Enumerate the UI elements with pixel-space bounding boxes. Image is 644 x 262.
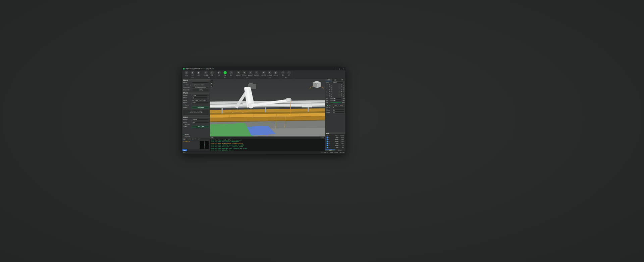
jog-plus-button[interactable]: + (343, 88, 345, 90)
log-clear-button[interactable]: 清空 (321, 137, 324, 139)
toolbar-simulate-button[interactable]: ▶ 仿真 (216, 71, 222, 77)
robot-select[interactable]: Robot_1 ▾ (332, 82, 345, 83)
toolbar-stop-button[interactable]: ■ 停止 (228, 71, 234, 77)
toolbar-collision-button[interactable]: ⚠ 碰撞检测 (248, 71, 254, 77)
jog-minus-button[interactable]: − (326, 88, 328, 90)
gap-end-input[interactable]: 0 mm (202, 99, 207, 101)
toolbar-about-button[interactable]: ℹ 关于 (286, 71, 292, 77)
motion-speed-value[interactable]: 100 (332, 112, 345, 114)
camera-preview-thumbnail[interactable] (200, 141, 209, 149)
jog-minus-button[interactable]: − (326, 91, 328, 93)
jog-minus-button[interactable]: − (326, 93, 328, 95)
show-points-checkbox[interactable] (183, 124, 184, 125)
slider-thumb[interactable] (334, 98, 335, 99)
title-bar[interactable]: 焊接机器人离线编程软件 V2.3.1 - [示教工程_01] – □ × (182, 68, 345, 71)
status-bar: 就绪 工具: 焊枪_01 坐标系: 世界坐标 单位: mm (182, 151, 345, 154)
posture-value[interactable]: 默认 (332, 110, 345, 111)
jog-plus-button[interactable]: + (331, 84, 333, 86)
toolbar-help-button[interactable]: ? 帮助 (280, 71, 286, 77)
preview-tab-pointcloud[interactable]: 点云 (197, 138, 201, 140)
toolbar-settings-button[interactable]: ⚙ 参数设置 (235, 71, 241, 77)
preview-tab-view[interactable]: 视图 (182, 138, 186, 140)
recognize-checkbox[interactable]: ✓ (183, 84, 184, 86)
update-weld-data-button[interactable]: ● 更新焊缝数据 (192, 106, 209, 108)
weld-width-input[interactable]: 25 (192, 97, 207, 99)
minimize-button[interactable]: – (333, 68, 337, 71)
jog-plus-button[interactable]: + (331, 91, 333, 93)
jog-minus-button[interactable]: − (338, 95, 340, 97)
offset-checkbox[interactable]: ✓ (183, 104, 184, 106)
toolbar-process-file-button[interactable]: ▥ 工艺文件 (273, 71, 279, 77)
jog-plus-button[interactable]: + (331, 88, 333, 90)
maximize-button[interactable]: □ (337, 68, 341, 71)
zoom-icon[interactable]: ⊕ (211, 82, 213, 85)
speed-slider[interactable] (330, 100, 341, 101)
stop-button[interactable]: ■ 停止 (339, 104, 345, 106)
trajectory-type-select[interactable]: 连续轨迹 ▾ (192, 119, 209, 121)
toolbar-open-button[interactable]: ▤ 打开 (190, 71, 196, 77)
toolbar-group-tools: ⊞ 工具管理 ≡ 数据采集 ▥ 工艺文件 工具 (260, 71, 280, 79)
preview-tab-motion[interactable]: 运动仿真 (186, 138, 192, 140)
jog-minus-button[interactable]: − (338, 86, 340, 88)
toolbar-measure-button[interactable]: ∠ 测量 (209, 71, 215, 77)
panel-close-icon[interactable]: × (207, 79, 209, 81)
jog-minus-button[interactable]: − (338, 88, 340, 90)
pause-button[interactable]: ∥ 暂停 (332, 104, 338, 106)
play-icon: ▶ (217, 71, 221, 75)
trajectory-strategy-input[interactable]: 智能 (192, 121, 209, 123)
record-icon: ● (223, 71, 227, 75)
select-cursor-icon[interactable]: ➤ (211, 85, 213, 87)
fit-view-icon[interactable]: ⌂ (211, 80, 213, 82)
pick-icon: ⌖ (198, 89, 199, 91)
tab-tool[interactable]: 工具 (339, 79, 345, 81)
log-output[interactable]: [10:41:52] [INFO] 工作站模型加载完成：Station_Weld… (210, 139, 325, 151)
jog-minus-button[interactable]: − (326, 86, 328, 88)
toolbar-tool-manager-button[interactable]: ⊞ 工具管理 (261, 71, 267, 77)
toolbar-new-button[interactable]: ▢ 新建 (183, 71, 190, 77)
show-origin-checkbox[interactable]: ✓ (183, 134, 184, 136)
jog-plus-button[interactable]: + (331, 93, 333, 95)
close-button[interactable]: × (341, 68, 345, 71)
tab-position[interactable]: 位置 (332, 79, 339, 81)
jog-plus-button[interactable]: + (343, 84, 345, 86)
jog-plus-button[interactable]: + (331, 95, 333, 97)
tab-joint[interactable]: 关节 (325, 79, 332, 81)
gap-start-input[interactable]: 0 mm (195, 99, 199, 101)
toolbar-tool-frame-button[interactable]: ⊕ 工具坐标 (241, 71, 248, 77)
app-logo-icon (183, 68, 185, 70)
log-tab[interactable]: 日志 (210, 137, 215, 139)
smooth-value[interactable]: 开 (332, 107, 345, 109)
slider-thumb[interactable] (334, 100, 335, 101)
viewport-3d[interactable]: ⌂ ⊕ ➤ (210, 79, 325, 137)
toolbar-path-plan-button[interactable]: ≈ 轨迹规划 (254, 71, 260, 77)
feature-model-button[interactable]: 所有实体模型特征识别 (192, 86, 209, 88)
jog-plus-button[interactable]: + (343, 91, 345, 93)
viewport-3d-scene[interactable]: X Y (210, 79, 325, 137)
toolbar-record-button[interactable]: ● 录制 (222, 71, 228, 77)
jog-plus-button[interactable]: + (343, 95, 345, 97)
clear-weld-points-button[interactable]: ↻ 清除所有焊缝点（YZ平面） (183, 109, 209, 115)
weld-name-input[interactable] (192, 82, 209, 84)
table-row[interactable]: 6 J6 0.000 -90.0 (326, 146, 345, 148)
jog-minus-button[interactable]: − (338, 84, 340, 86)
toolbar-import-model-button[interactable]: ⇲ 导入模型 (203, 71, 209, 77)
weld-type-select[interactable]: 平焊缝 ▾ (192, 94, 209, 96)
relation-table-checkbox[interactable] (183, 136, 184, 138)
run-button[interactable]: ▶ 运行 (326, 104, 332, 106)
toolbar-data-button[interactable]: ≡ 数据采集 (267, 71, 273, 77)
toolbar-save-button[interactable]: ▦ 保存 (196, 71, 202, 77)
preview-tab-trajectory[interactable]: 轨迹运行 (192, 138, 197, 140)
trajectory-list-item[interactable]: ◈ 焊缝轨迹_01 (183, 141, 199, 143)
jog-minus-button[interactable]: − (338, 93, 340, 95)
jog-minus-button[interactable]: − (326, 95, 328, 97)
step-slider[interactable] (330, 98, 341, 99)
update-home-data-button[interactable]: ● 更新归位数据 (192, 126, 209, 128)
pick-feature-button[interactable]: ⌖ 拾取特征 (192, 89, 209, 91)
weld-direction-select[interactable]: 沿Y轴+ ▾ (192, 102, 209, 104)
jog-plus-button[interactable]: + (343, 86, 345, 88)
jog-minus-button[interactable]: − (338, 91, 340, 93)
jog-minus-button[interactable]: − (326, 84, 328, 86)
jog-plus-button[interactable]: + (343, 93, 345, 95)
chevron-down-icon: ▾ (208, 102, 208, 104)
jog-plus-button[interactable]: + (331, 86, 333, 88)
